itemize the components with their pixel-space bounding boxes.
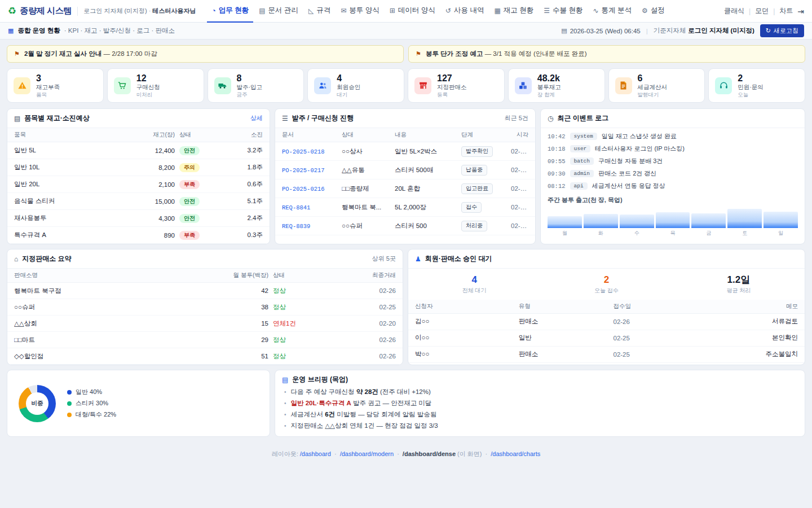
- stat-value: 2: [540, 274, 672, 286]
- bar-axis-label: 토: [727, 230, 762, 237]
- nav-item-statistics[interactable]: ∿ 통계 분석: [588, 0, 636, 23]
- view-link-modern[interactable]: 모던: [755, 6, 769, 16]
- nav-item-data-forms[interactable]: ⊞ 데이터 양식: [385, 0, 440, 23]
- nav-item-inventory[interactable]: ▦ 재고 현황: [489, 0, 538, 23]
- seller-name: △△상회: [14, 319, 199, 328]
- bar: [727, 209, 762, 228]
- log-source-badge: user: [570, 145, 591, 152]
- col-header-applicant: 신청자: [415, 303, 514, 310]
- footer-link-dense[interactable]: /dashboard/dense: [403, 450, 456, 457]
- nav-item-settings[interactable]: ⚙ 설정: [637, 0, 669, 23]
- logout-icon[interactable]: ⇥: [797, 7, 804, 16]
- nav-item-ledger[interactable]: ☰ 수불 현황: [539, 0, 587, 23]
- table-row: 일반 10L 8,200 주의 1.8주: [7, 159, 270, 176]
- applicant-date: 02-25: [613, 335, 703, 341]
- briefing-text: 세금계산서: [291, 411, 325, 418]
- store-icon: [414, 77, 431, 94]
- kpi-sublabel: 미처리: [136, 91, 160, 98]
- applicant-type: 판매소: [519, 317, 609, 326]
- kpi-label: 세금계산서: [638, 84, 668, 91]
- megaphone-icon: ⚑: [416, 50, 421, 58]
- panel-meta: 최근 5건: [505, 114, 528, 122]
- envelope-icon: ✉: [341, 7, 346, 15]
- document-icon: ▤: [259, 7, 265, 15]
- nav-item-specs[interactable]: ◺ 규격: [304, 0, 335, 23]
- panel-title: 운영 브리핑 (목업): [292, 375, 348, 384]
- boxes-icon: [515, 77, 532, 94]
- briefing-list: • 다음 주 예상 구매신청 약 28건 (전주 대비 +12%) • 일반 2…: [275, 387, 805, 436]
- party-name: ○○슈퍼: [342, 222, 390, 230]
- weekly-bar-chart-bars: [548, 208, 798, 228]
- kpi-value: 6: [638, 73, 668, 84]
- detail-link[interactable]: 상세: [250, 114, 263, 122]
- seller-monthly: 51: [204, 353, 268, 360]
- status-badge: 안전: [179, 146, 200, 155]
- item-name: 재사용봉투: [14, 214, 125, 222]
- order-time: 02-25 16:40: [511, 185, 528, 192]
- kpi-value: 4: [337, 73, 360, 84]
- bar: [620, 214, 654, 228]
- notice-detail: — 2/28 17:00 마감: [102, 50, 157, 57]
- panel-event-log: ◷ 최근 이벤트 로그 10:42 system 일일 재고 스냅샷 생성 완료…: [540, 108, 805, 244]
- refresh-button[interactable]: ↻ 새로고침: [760, 24, 804, 37]
- stage-badge: 납품중: [461, 165, 487, 176]
- table-icon: ⊞: [390, 7, 395, 15]
- basis-authority: 기준지자체로그인 지자체 (미지정): [654, 27, 754, 35]
- view-link-chart[interactable]: 차트: [779, 6, 793, 16]
- members-icon: [314, 77, 331, 94]
- event-log-list: 10:42 system 일일 재고 스냅샷 생성 완료 10:18 user …: [541, 128, 805, 192]
- table-row: 행복마트 북구점 42 정상 02-26: [7, 283, 403, 299]
- nav-item-usage-history[interactable]: ↺ 사용 내역: [441, 0, 489, 23]
- col-header-seller: 판매소명: [14, 271, 199, 279]
- footer-link-modern[interactable]: /dashboard/modern: [340, 450, 394, 457]
- col-header-time: 시각: [511, 131, 528, 139]
- donut-center-label: 비중: [32, 400, 43, 408]
- kpi-card-member-approvals: 4 회원승인 대기: [307, 68, 404, 103]
- table-row: 김○○ 판매소 02-26 서류검토: [408, 314, 805, 330]
- item-weeks: 1.8주: [232, 163, 263, 172]
- document-link[interactable]: PO-2025-0217: [282, 167, 325, 174]
- footer-link-charts[interactable]: /dashboard/charts: [491, 450, 540, 457]
- bar-axis-label: 금: [691, 230, 726, 237]
- briefing-strong: 약 28건: [356, 388, 378, 395]
- briefing-item: • 지정판매소 △△상회 연체 1건 — 현장 점검 일정 3/3: [284, 422, 796, 430]
- invoice-icon: [615, 77, 632, 94]
- kpi-card-tax-invoices: 6 세금계산서 발행대기: [608, 68, 705, 103]
- nav-item-bag-forms[interactable]: ✉ 봉투 양식: [336, 0, 384, 23]
- calendar-icon: ▤: [561, 27, 567, 34]
- order-desc: 5L 2,000장: [395, 203, 457, 212]
- nav-label: 통계 분석: [602, 6, 632, 15]
- warning-icon: [14, 77, 30, 94]
- table-row: 특수규격 A 890 부족 0.3주: [7, 227, 270, 244]
- order-time: 02-26 08:45: [511, 222, 528, 229]
- view-switcher: 클래식 | 모던 | 차트 ⇥: [724, 6, 804, 16]
- item-qty: 890: [130, 232, 175, 239]
- nav-item-dashboard[interactable]: ◔ 업무 현황: [207, 0, 253, 23]
- bullet-icon: •: [284, 400, 286, 406]
- col-header-date: 접수일: [613, 303, 703, 310]
- kpi-value: 3: [36, 73, 60, 84]
- panel-stock-forecast: ▤ 품목별 재고·소진예상 상세 품목 재고(장) 상태 소진 일반 5L 12…: [7, 108, 270, 244]
- panel-title: 발주 / 구매신청 진행: [292, 113, 354, 123]
- footer-link-dashboard[interactable]: /dashboard: [300, 450, 331, 457]
- briefing-text: 미발행 — 담당 회계에 알림 발송됨: [335, 411, 436, 418]
- item-qty: 2,100: [130, 181, 175, 188]
- log-time: 08:12: [548, 183, 566, 190]
- view-link-classic[interactable]: 클래식: [724, 6, 744, 16]
- notice-inventory-audit: ⚑ 2월 말 정기 재고 실사 안내 — 2/28 17:00 마감: [7, 45, 404, 63]
- col-header-doc: 문서: [282, 131, 337, 139]
- sub-header-bar: ▦ 종합 운영 현황 · KPI · 재고 · 발주/신청 · 로그 · 판매소…: [0, 23, 812, 40]
- document-link[interactable]: REQ-8839: [282, 223, 310, 230]
- item-qty: 8,200: [130, 164, 175, 171]
- document-link[interactable]: REQ-8841: [282, 204, 310, 211]
- seller-name: ○○슈퍼: [14, 303, 199, 312]
- col-header-type: 유형: [519, 303, 609, 310]
- username: 테스터사용자님: [152, 7, 196, 14]
- nav-item-documents[interactable]: ▤ 문서 관리: [254, 0, 303, 23]
- document-link[interactable]: PO-2025-0216: [282, 186, 325, 192]
- nav-label: 재고 현황: [504, 6, 533, 15]
- table-row: ○○슈퍼 38 정상 02-25: [7, 299, 403, 316]
- seller-name: ◇◇할인점: [14, 352, 199, 361]
- document-link[interactable]: PO-2025-0218: [282, 148, 325, 155]
- bullet-icon: •: [284, 423, 286, 429]
